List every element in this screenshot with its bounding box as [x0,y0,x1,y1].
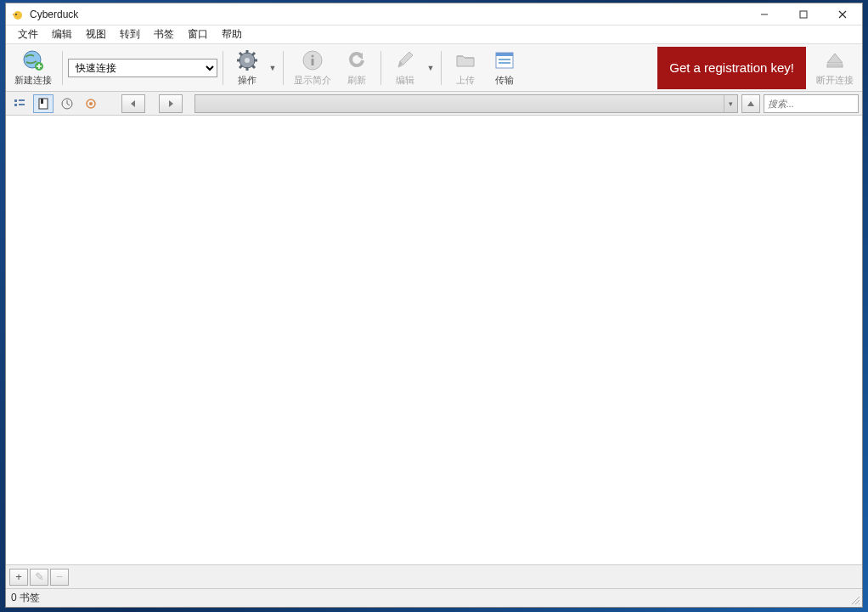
maximize-button[interactable] [784,3,823,26]
menu-help[interactable]: 帮助 [217,26,247,43]
svg-line-40 [67,104,70,105]
svg-line-16 [240,53,242,55]
add-bookmark-button[interactable]: + [9,569,28,586]
view-outline-button[interactable] [9,94,30,113]
gear-icon [235,48,259,72]
svg-line-48 [852,597,860,604]
new-connection-button[interactable]: 新建连接 [9,46,57,90]
menu-go[interactable]: 转到 [115,26,145,43]
svg-marker-44 [169,100,173,107]
main-toolbar: 新建连接 快速连接 操作 ▼ 显示简介 刷新 [6,44,862,92]
view-bonjour-button[interactable] [81,94,101,113]
toolbar-separator [62,51,63,85]
registration-banner[interactable]: Get a registration key! [657,47,806,89]
action-label: 操作 [238,74,256,87]
nav-back-button[interactable] [121,94,145,113]
view-bookmarks-button[interactable] [33,94,54,113]
svg-marker-45 [747,101,754,106]
toolbar-separator [380,51,381,85]
transfer-label: 传输 [495,74,514,87]
action-dropdown-arrow[interactable]: ▼ [268,64,278,72]
svg-point-21 [312,55,314,58]
outline-icon [14,98,25,110]
status-bookmarks-count: 0 书签 [11,591,40,605]
pencil-icon [393,48,417,72]
svg-rect-37 [41,99,43,104]
svg-line-50 [859,604,860,604]
edit-label: 编辑 [396,74,414,87]
eject-icon [823,48,847,72]
refresh-button[interactable]: 刷新 [338,46,375,90]
bottom-toolbar: + ✎ − [6,564,862,588]
titlebar: Cyberduck [6,3,862,26]
refresh-label: 刷新 [347,74,366,87]
app-window: Cyberduck 文件 编辑 视图 转到 书签 窗口 帮助 新建连接 快速连接 [5,3,863,608]
edit-dropdown-arrow[interactable]: ▼ [426,64,436,72]
svg-line-18 [240,65,242,68]
menu-bookmarks[interactable]: 书签 [149,26,179,43]
svg-marker-30 [827,54,843,63]
svg-rect-22 [312,59,314,65]
path-combobox[interactable]: ▾ [194,94,738,113]
menu-edit[interactable]: 编辑 [47,26,77,43]
transfer-icon [493,48,516,72]
menu-view[interactable]: 视图 [81,26,111,43]
window-controls [745,3,862,26]
info-icon [301,48,324,72]
svg-point-1 [15,14,17,15]
upload-button[interactable]: 上传 [447,46,484,90]
globe-plus-icon [21,48,45,72]
remove-bookmark-button[interactable]: − [50,569,69,586]
search-box[interactable] [764,94,859,113]
forward-icon [166,99,175,108]
svg-rect-31 [827,65,843,67]
nav-up-button[interactable] [741,94,760,113]
edit-bookmark-button[interactable]: ✎ [30,569,48,586]
folder-icon [454,48,477,72]
search-input[interactable] [768,99,868,109]
svg-rect-33 [19,99,25,101]
app-icon [11,8,25,21]
toolbar-separator [283,51,284,85]
view-history-button[interactable] [57,94,77,113]
svg-rect-35 [19,104,25,105]
action-button[interactable]: 操作 [228,46,266,90]
bookmark-icon [37,98,49,110]
svg-rect-34 [14,104,17,106]
back-icon [129,99,138,108]
transfer-button[interactable]: 传输 [486,46,523,90]
toolbar-separator [441,51,442,85]
svg-line-19 [252,53,255,55]
content-area[interactable] [6,116,862,564]
refresh-icon [345,48,369,72]
statusbar: 0 书签 [6,588,862,607]
disconnect-label: 断开连接 [816,74,854,87]
up-icon [747,99,755,108]
svg-rect-27 [496,53,513,56]
svg-rect-32 [14,99,17,102]
disconnect-button[interactable]: 断开连接 [811,46,859,90]
bonjour-icon [85,98,97,110]
nav-forward-button[interactable] [159,94,183,113]
svg-point-0 [14,11,22,20]
sub-toolbar: ▾ [6,92,862,116]
svg-point-11 [245,58,250,63]
registration-label: Get a registration key! [669,60,794,75]
edit-button[interactable]: 编辑 [386,46,424,90]
window-title: Cyberduck [30,8,745,20]
menu-window[interactable]: 窗口 [183,26,213,43]
menubar: 文件 编辑 视图 转到 书签 窗口 帮助 [6,26,862,44]
menu-file[interactable]: 文件 [13,26,43,43]
show-info-label: 显示简介 [294,74,331,87]
close-button[interactable] [823,3,862,26]
svg-rect-3 [800,11,807,18]
svg-line-17 [252,65,255,68]
toolbar-separator [223,51,223,85]
minimize-button[interactable] [745,3,784,26]
path-dropdown-arrow[interactable]: ▾ [724,95,737,112]
show-info-button[interactable]: 显示简介 [289,46,336,90]
quick-connect-dropdown[interactable]: 快速连接 [68,59,217,77]
resize-grip[interactable] [850,595,860,605]
upload-label: 上传 [456,74,475,87]
new-connection-label: 新建连接 [14,74,52,87]
